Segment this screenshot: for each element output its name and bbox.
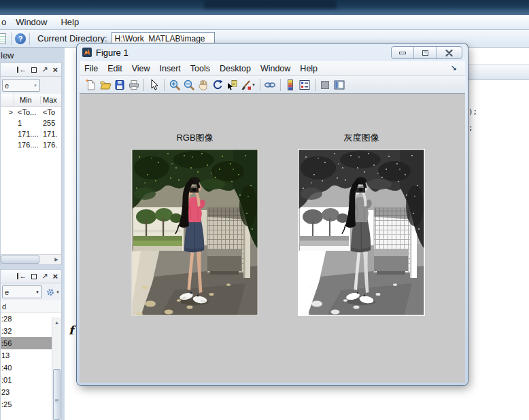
list-item[interactable]: :28 — [1, 313, 52, 325]
undock-icon[interactable]: ↗ — [41, 273, 48, 280]
grayscale-plot: 灰度图像 — [298, 132, 425, 316]
list-item[interactable]: :40 — [1, 362, 52, 374]
max-cell: 176. — [41, 141, 61, 149]
menu-window[interactable]: Window — [9, 17, 54, 27]
scrollbar-thumb[interactable] — [53, 369, 61, 420]
editor-header-band — [468, 65, 529, 80]
value-column-stub[interactable] — [1, 94, 14, 106]
figure-canvas: RGB图像 灰度图像 — [80, 94, 465, 383]
screen: o Window Help ? Current Directory: H:\Wo… — [0, 0, 529, 420]
list-item[interactable]: 23 — [1, 386, 52, 398]
clipped-document-icon[interactable] — [0, 33, 6, 44]
pan-icon[interactable] — [196, 78, 210, 92]
list-item[interactable]: :25 — [1, 398, 52, 410]
rotate-3d-icon[interactable] — [210, 78, 224, 92]
menu-view[interactable]: View — [127, 64, 155, 73]
history-combobox[interactable]: e ▼ — [2, 285, 42, 298]
open-file-icon[interactable] — [98, 78, 112, 92]
menu-help[interactable]: Help — [54, 17, 86, 27]
main-title-blurred — [204, 1, 337, 9]
code-fragment: ; — [468, 124, 473, 133]
menu-desktop[interactable]: Desktop — [215, 64, 256, 73]
zoom-out-icon[interactable] — [182, 78, 196, 92]
new-figure-icon[interactable] — [84, 78, 98, 92]
actions-button[interactable]: ▼ — [46, 287, 60, 297]
toolbar-separator — [280, 79, 281, 91]
print-figure-icon[interactable] — [126, 78, 141, 92]
save-figure-icon[interactable] — [112, 78, 126, 92]
toolbar-separator — [315, 79, 315, 91]
menu-edit[interactable]: Edit — [103, 64, 127, 73]
combobox-value: e — [5, 82, 9, 90]
history-panel: ← ↗ × e ▼ ▼ d :28 :32 :56 13 :40 :01 23 … — [0, 269, 62, 420]
workspace-panel: ← ↗ × e ▼ Min Max > <To... <To — [0, 63, 62, 265]
fx-function-hint[interactable]: f — [69, 323, 73, 337]
main-menubar: o Window Help — [0, 15, 529, 30]
menu-tools[interactable]: Tools — [186, 64, 215, 73]
vertical-scrollbar[interactable]: ▲ — [52, 317, 61, 420]
min-column-header[interactable]: Min — [14, 96, 41, 104]
dock-icon[interactable]: ← — [17, 273, 27, 280]
main-titlebar — [0, 0, 529, 15]
toolbar-separator — [11, 33, 12, 45]
insert-legend-icon[interactable] — [298, 78, 312, 92]
figure-window: Figure 1 File Edit View Insert Tools Des… — [77, 43, 468, 385]
horizontal-scrollbar[interactable]: ▶ — [1, 254, 61, 264]
min-cell: 176.... — [14, 141, 41, 149]
min-cell: 1 — [14, 119, 41, 127]
edit-plot-icon[interactable] — [147, 78, 161, 92]
chevron-down-icon[interactable]: ▼ — [252, 83, 256, 87]
rgb-plot: RGB图像 — [131, 132, 258, 316]
insert-colorbar-icon[interactable] — [284, 78, 298, 92]
data-cursor-icon[interactable] — [224, 78, 239, 92]
max-cell: 171. — [41, 130, 61, 138]
list-item-selected[interactable]: :56 — [1, 337, 52, 349]
brush-data-icon[interactable] — [239, 78, 253, 92]
dock-figure-icon[interactable]: ↘ — [446, 64, 462, 73]
maximize-icon[interactable] — [31, 274, 37, 279]
dock-icon[interactable]: ← — [17, 66, 27, 73]
zoom-in-icon[interactable] — [167, 78, 182, 92]
help-icon[interactable]: ? — [15, 33, 26, 44]
show-plot-tools-icon[interactable] — [332, 78, 347, 92]
figure-titlebar[interactable]: Figure 1 — [77, 43, 468, 61]
close-icon[interactable]: × — [52, 272, 58, 281]
max-column-header[interactable]: Max — [41, 96, 61, 104]
figure-menubar: File Edit View Insert Tools Desktop Wind… — [80, 61, 465, 76]
list-item[interactable]: :32 — [1, 325, 52, 337]
link-plot-icon[interactable] — [263, 78, 277, 92]
restore-button[interactable] — [414, 47, 437, 58]
chevron-down-icon: ▼ — [35, 290, 39, 294]
workspace-table: Min Max > <To... <To 1 255 171.... 171. … — [1, 94, 61, 150]
menu-help[interactable]: Help — [295, 64, 322, 73]
table-row[interactable]: > <To... <To — [1, 107, 61, 118]
restore-icon — [422, 50, 428, 56]
menu-fragment[interactable]: o — [0, 17, 9, 27]
close-icon[interactable]: × — [52, 65, 58, 74]
history-header: d — [1, 300, 61, 313]
menu-file[interactable]: File — [80, 64, 103, 73]
min-cell: 171.... — [14, 130, 41, 138]
hide-plot-tools-icon[interactable] — [318, 78, 332, 92]
table-row[interactable]: 1 255 — [1, 118, 61, 128]
list-item[interactable]: 13 — [1, 349, 52, 362]
table-row[interactable]: 176.... 176. — [1, 139, 61, 150]
scrollbar-thumb[interactable] — [1, 256, 39, 264]
maximize-icon[interactable] — [31, 67, 37, 73]
scroll-right-icon[interactable]: ▶ — [52, 255, 61, 264]
close-button[interactable] — [437, 47, 462, 58]
scroll-up-icon[interactable]: ▲ — [52, 317, 61, 328]
list-item[interactable]: :01 — [1, 374, 52, 386]
minimize-button[interactable] — [392, 47, 414, 58]
min-cell: <To... — [14, 108, 41, 116]
matlab-icon — [82, 48, 92, 57]
workspace-combobox[interactable]: e ▼ — [2, 79, 40, 92]
menu-insert[interactable]: Insert — [155, 64, 186, 73]
undock-icon[interactable]: ↗ — [41, 66, 48, 73]
figure-toolbar: ▼ — [80, 76, 465, 94]
menu-window[interactable]: Window — [256, 64, 295, 73]
chevron-down-icon: ▼ — [33, 84, 37, 88]
combobox-value: e — [5, 288, 9, 296]
value-cell: > — [1, 108, 14, 116]
table-row[interactable]: 171.... 171. — [1, 128, 61, 139]
